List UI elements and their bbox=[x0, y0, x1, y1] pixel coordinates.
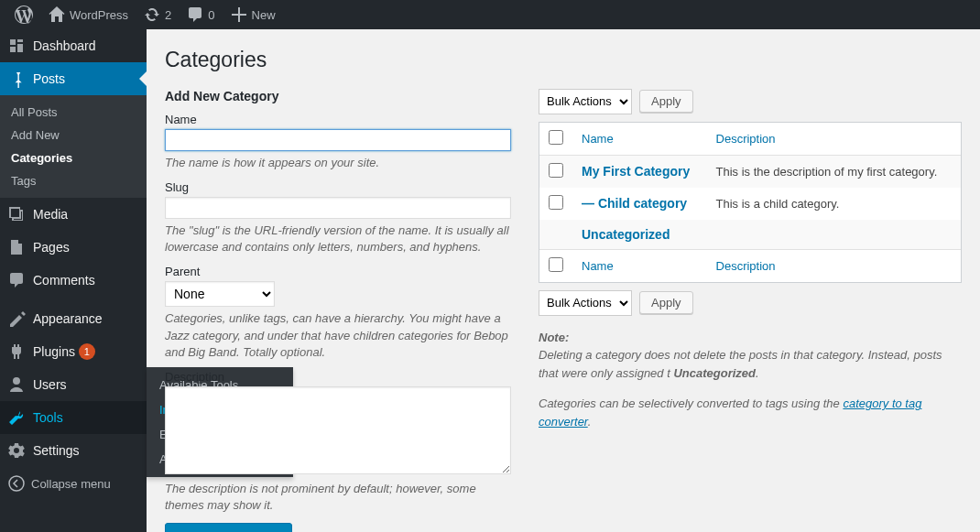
content-area: Categories Add New Category Name The nam… bbox=[147, 29, 980, 532]
admin-sidebar: Dashboard Posts All Posts Add New Catego… bbox=[0, 29, 147, 532]
apply-bottom-button[interactable]: Apply bbox=[639, 291, 693, 314]
col-desc-footer[interactable]: Description bbox=[716, 259, 776, 273]
category-link[interactable]: — Child category bbox=[582, 196, 687, 211]
add-category-form: Add New Category Name The name is how it… bbox=[165, 89, 511, 532]
col-name-header[interactable]: Name bbox=[582, 132, 614, 146]
submenu-categories[interactable]: Categories bbox=[0, 147, 147, 169]
admin-bar: WordPress 2 0 New bbox=[0, 0, 980, 29]
menu-dashboard[interactable]: Dashboard bbox=[0, 29, 147, 62]
submenu-tags[interactable]: Tags bbox=[0, 169, 147, 192]
pages-icon bbox=[7, 238, 26, 256]
submenu-all-posts[interactable]: All Posts bbox=[0, 101, 147, 124]
slug-label: Slug bbox=[165, 180, 511, 194]
apply-top-button[interactable]: Apply bbox=[639, 90, 693, 113]
menu-comments-label: Comments bbox=[33, 273, 95, 288]
table-row: — Child category This is a child categor… bbox=[539, 188, 961, 220]
pin-icon bbox=[7, 70, 26, 88]
new-label: New bbox=[252, 8, 276, 22]
description-input[interactable] bbox=[165, 386, 511, 474]
menu-comments[interactable]: Comments bbox=[0, 264, 147, 297]
menu-settings-label: Settings bbox=[33, 443, 80, 458]
menu-tools[interactable]: Tools bbox=[0, 401, 147, 434]
row-check[interactable] bbox=[549, 163, 563, 178]
menu-media-label: Media bbox=[33, 207, 68, 222]
tools-icon bbox=[7, 408, 26, 427]
category-link[interactable]: Uncategorized bbox=[582, 227, 670, 242]
plugins-badge: 1 bbox=[79, 343, 95, 360]
description-label: Description bbox=[165, 370, 511, 384]
col-desc-header[interactable]: Description bbox=[716, 132, 776, 146]
menu-media[interactable]: Media bbox=[0, 198, 147, 231]
settings-icon bbox=[7, 441, 26, 460]
dashboard-icon bbox=[7, 37, 26, 55]
categories-table: Name Description My First Category This … bbox=[539, 122, 962, 283]
users-icon bbox=[7, 375, 26, 394]
menu-posts-label: Posts bbox=[33, 71, 65, 86]
menu-users[interactable]: Users bbox=[0, 368, 147, 401]
name-desc: The name is how it appears on your site. bbox=[165, 155, 511, 171]
menu-appearance[interactable]: Appearance bbox=[0, 302, 147, 335]
media-icon bbox=[7, 205, 26, 223]
description-desc: The description is not prominent by defa… bbox=[165, 481, 511, 514]
select-all-bottom[interactable] bbox=[549, 257, 563, 272]
bulk-actions-bottom[interactable]: Bulk Actions bbox=[539, 290, 632, 316]
plugins-icon bbox=[7, 342, 26, 361]
delete-note: Note: Deleting a category does not delet… bbox=[539, 329, 962, 383]
table-row: My First Category This is the descriptio… bbox=[539, 156, 961, 188]
wp-logo[interactable] bbox=[7, 0, 40, 29]
update-icon bbox=[143, 5, 161, 24]
collapse-icon bbox=[7, 474, 26, 493]
menu-tools-label: Tools bbox=[33, 410, 63, 425]
menu-pages[interactable]: Pages bbox=[0, 231, 147, 264]
menu-appearance-label: Appearance bbox=[33, 311, 103, 326]
menu-settings[interactable]: Settings bbox=[0, 434, 147, 467]
category-link[interactable]: My First Category bbox=[582, 164, 690, 179]
col-name-footer[interactable]: Name bbox=[582, 259, 614, 273]
menu-plugins[interactable]: Plugins 1 bbox=[0, 335, 147, 368]
tablenav-top: Bulk Actions Apply bbox=[539, 89, 962, 114]
comment-icon bbox=[186, 5, 204, 24]
svg-point-0 bbox=[9, 476, 24, 491]
note-head: Note: bbox=[539, 331, 569, 344]
appearance-icon bbox=[7, 309, 26, 328]
site-name-label: WordPress bbox=[70, 8, 128, 22]
name-label: Name bbox=[165, 113, 511, 126]
add-category-button[interactable]: Add New Category bbox=[165, 523, 292, 532]
collapse-label: Collapse menu bbox=[31, 477, 111, 491]
menu-dashboard-label: Dashboard bbox=[33, 38, 96, 53]
menu-plugins-label: Plugins bbox=[33, 344, 75, 359]
bulk-actions-top[interactable]: Bulk Actions bbox=[539, 89, 632, 114]
collapse-menu[interactable]: Collapse menu bbox=[0, 467, 147, 500]
category-desc bbox=[707, 220, 961, 249]
parent-desc: Categories, unlike tags, can have a hier… bbox=[165, 310, 511, 361]
wordpress-icon bbox=[15, 5, 33, 24]
select-all-top[interactable] bbox=[549, 130, 563, 145]
posts-submenu: All Posts Add New Categories Tags bbox=[0, 95, 147, 198]
category-desc: This is the description of my first cate… bbox=[707, 156, 961, 188]
convert-note: Categories can be selectively converted … bbox=[539, 395, 962, 430]
category-desc: This is a child category. bbox=[707, 188, 961, 220]
plus-icon bbox=[230, 5, 248, 24]
table-row: Uncategorized bbox=[539, 220, 961, 249]
menu-users-label: Users bbox=[33, 377, 67, 392]
add-heading: Add New Category bbox=[165, 89, 511, 103]
slug-input[interactable] bbox=[165, 197, 511, 219]
slug-desc: The "slug" is the URL-friendly version o… bbox=[165, 223, 511, 255]
row-check[interactable] bbox=[549, 195, 563, 210]
updates-count: 2 bbox=[165, 8, 171, 22]
comment-icon bbox=[7, 271, 26, 289]
site-name[interactable]: WordPress bbox=[40, 0, 136, 29]
comments-count: 0 bbox=[208, 8, 214, 22]
tablenav-bottom: Bulk Actions Apply bbox=[539, 290, 962, 316]
menu-posts[interactable]: Posts bbox=[0, 62, 147, 95]
name-input[interactable] bbox=[165, 129, 511, 151]
categories-list: Bulk Actions Apply Name Description My F… bbox=[539, 89, 962, 532]
new-content[interactable]: New bbox=[223, 0, 283, 29]
parent-select[interactable]: None bbox=[165, 281, 275, 307]
comments-bubble[interactable]: 0 bbox=[179, 0, 222, 29]
submenu-add-new[interactable]: Add New bbox=[0, 124, 147, 147]
updates[interactable]: 2 bbox=[136, 0, 179, 29]
parent-label: Parent bbox=[165, 265, 511, 278]
menu-pages-label: Pages bbox=[33, 240, 70, 255]
page-title: Categories bbox=[165, 38, 962, 78]
